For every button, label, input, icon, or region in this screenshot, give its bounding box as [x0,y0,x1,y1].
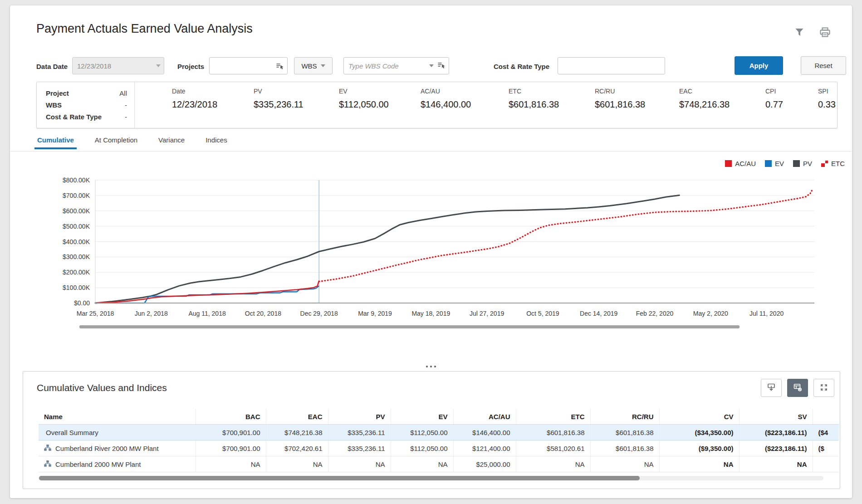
sitemap-icon [44,460,51,468]
expand-icon [819,383,828,393]
summary-metric-value: $335,236.11 [254,99,304,110]
chevron-down-icon[interactable] [429,64,434,67]
cumulative-values-table: NameBACEACPVEVAC/AUETCRC/RUCVSV Overall … [39,409,839,472]
horizontal-scrollbar-thumb[interactable] [39,476,640,480]
wbs-code-field-wrap [343,57,449,74]
cell-pv: $335,236.11 [328,440,391,456]
cost-rate-type-input[interactable] [558,57,665,74]
summary-metric-value: 0.77 [765,99,783,110]
apply-button[interactable]: Apply [735,56,783,75]
cumulative-values-panel: Cumulative Values and Indices NameBACEAC… [23,371,840,489]
summary-metric-rcru: RC/RU$601,816.38 [595,88,645,110]
column-header-bac[interactable]: BAC [196,409,266,425]
chart-scrollbar[interactable] [79,325,740,328]
name-cell: Cumberland River 2000 MW Plant [39,440,196,456]
summary-metric-value: $601,816.38 [595,99,645,110]
axis-tick-label: Mar 9, 2019 [358,310,392,317]
summary-metric-label: Date [172,88,217,95]
summary-scope-value: - [125,99,127,111]
panel-splitter-handle[interactable] [421,364,441,369]
summary-metric-value: $601,816.38 [509,99,559,110]
legend-swatch-dotted-icon [821,160,828,167]
axis-tick-label: $100.00K [63,284,90,291]
tab-at-completion[interactable]: At Completion [94,133,138,149]
expand-button[interactable] [813,379,834,397]
filter-button[interactable] [791,25,808,41]
cell-partial: ($4 [813,425,839,440]
column-header-cv[interactable]: CV [659,409,739,425]
summary-scope-row: WBS- [46,99,127,111]
summary-metric-ev: EV$112,050.00 [339,88,389,110]
column-header-ev[interactable]: EV [391,409,453,425]
data-date-field-wrap [72,57,164,74]
column-header-rcru[interactable]: RC/RU [590,409,659,425]
table-row[interactable]: Overall Summary$700,901.00$748,216.38$33… [39,425,839,440]
cell-partial: ($ [813,440,839,456]
table-wrap: NameBACEACPVEVAC/AUETCRC/RUCVSV Overall … [39,409,839,474]
name-cell: Cumberland 2000 MW Plant [39,456,196,472]
column-header-etc[interactable]: ETC [516,409,590,425]
column-header-eac[interactable]: EAC [266,409,328,425]
name-cell: Overall Summary [39,425,196,440]
legend-item-etc[interactable]: ETC [821,160,845,167]
axis-tick-label: Jul 27, 2019 [470,310,504,317]
cell-pv: $335,236.11 [328,425,391,440]
cell-pv: NA [328,456,391,472]
summary-metric-label: AC/AU [421,88,471,95]
table-row[interactable]: Cumberland 2000 MW PlantNANANANA$25,000.… [39,456,839,472]
summary-metric-label: CPI [765,88,783,95]
cell-eac: NA [266,456,328,472]
legend-item-acau[interactable]: AC/AU [725,160,756,167]
cell-etc: $601,816.38 [516,425,590,440]
cell-partial [813,456,839,472]
summary-metric-label: RC/RU [595,88,645,95]
cell-bac: $700,901.00 [196,440,266,456]
horizontal-scrollbar-track[interactable] [39,476,823,480]
legend-swatch-icon [765,160,772,167]
column-header-acau[interactable]: AC/AU [453,409,516,425]
reset-button[interactable]: Reset [801,56,846,75]
cell-acau: $25,000.00 [453,456,516,472]
download-icon [767,383,776,393]
page-title: Payment Actuals Earned Value Analysis [36,22,253,36]
tab-cumulative[interactable]: Cumulative [36,133,75,149]
table-settings-button[interactable] [787,379,808,397]
list-picker-icon[interactable] [276,57,284,74]
summary-scope-label: Project [46,88,69,99]
print-button[interactable] [817,25,833,41]
list-picker-icon[interactable] [437,62,446,70]
legend-item-pv[interactable]: PV [793,160,812,167]
column-header-partial[interactable] [813,409,839,425]
column-header-pv[interactable]: PV [328,409,391,425]
axis-tick-label: Dec 14, 2019 [580,310,617,317]
cell-ev: $112,050.00 [391,440,453,456]
wbs-select-value: WBS [301,62,317,70]
cell-cv: ($9,350.00) [659,440,739,456]
summary-scope-row: ProjectAll [46,88,127,99]
cell-bac: NA [196,456,266,472]
summary-metric-label: SPI [818,88,836,95]
table-row[interactable]: Cumberland River 2000 MW Plant$700,901.0… [39,440,839,456]
axis-tick-label: $500.00K [63,223,90,230]
column-header-sv[interactable]: SV [739,409,813,425]
cost-rate-type-label: Cost & Rate Type [494,63,549,70]
summary-scope-label: WBS [46,99,62,111]
axis-tick-label: Dec 29, 2018 [300,310,338,317]
filter-icon [794,27,805,39]
data-date-input[interactable] [72,57,164,74]
tab-indices[interactable]: Indices [205,133,228,149]
summary-metric-label: ETC [509,88,559,95]
axis-tick-label: May 18, 2019 [411,310,450,317]
column-header-name[interactable]: Name [39,409,196,425]
tab-variance[interactable]: Variance [157,133,186,149]
chevron-down-icon [321,64,325,67]
summary-metric-value: $112,050.00 [339,99,389,110]
wbs-select[interactable]: WBS [294,57,333,74]
chart-series-etc [319,188,813,281]
projects-label: Projects [177,63,204,70]
download-button[interactable] [761,379,782,397]
cell-rcru: $601,816.38 [590,440,659,456]
legend-item-ev[interactable]: EV [765,160,784,167]
cell-sv: NA [739,456,813,472]
axis-tick-label: Oct 5, 2019 [526,310,559,317]
